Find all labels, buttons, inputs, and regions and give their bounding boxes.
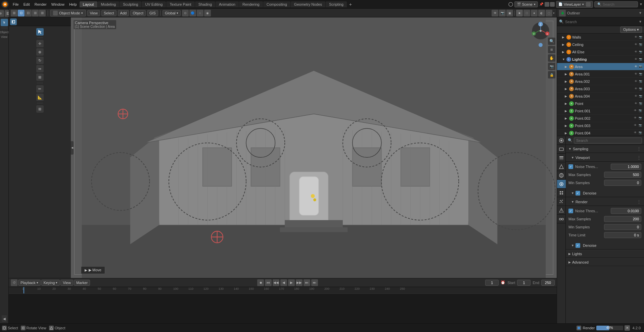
options-btn-right[interactable]: ▾: [553, 11, 555, 15]
tab-sculpting[interactable]: Sculpting: [120, 1, 141, 7]
vp-min-samples-value[interactable]: 0: [604, 180, 641, 186]
vp-icon-1[interactable]: ⊞: [11, 10, 17, 16]
scale-tool[interactable]: ⇔: [36, 65, 44, 72]
app-logo[interactable]: [1, 1, 9, 8]
outliner-search-input[interactable]: [565, 20, 637, 24]
ol-visibility-point003[interactable]: 👁: [634, 124, 638, 128]
tab-layout[interactable]: Layout: [80, 1, 97, 7]
viewport-shading-3[interactable]: ▣: [506, 10, 513, 16]
end-frame[interactable]: 250: [541, 280, 555, 286]
menu-render[interactable]: Render: [33, 2, 49, 7]
tab-animation[interactable]: Animation: [216, 1, 239, 7]
section-lights-header[interactable]: ▶ Lights: [566, 250, 644, 258]
wireframe-mode[interactable]: □: [523, 10, 530, 16]
section-sampling-header[interactable]: ▼ Sampling ⋮: [566, 145, 644, 153]
r-denoise-header[interactable]: ▼ ✓ Denoise: [566, 241, 644, 250]
ol-render-area002[interactable]: 📷: [639, 79, 643, 84]
rendered-mode[interactable]: ●: [531, 10, 538, 16]
ol-render-point003[interactable]: 📷: [639, 124, 643, 128]
snapping-icon[interactable]: 🔵: [189, 10, 196, 16]
gis-menu-btn[interactable]: GIS: [147, 10, 158, 16]
vp-icon-3[interactable]: ⊟: [25, 10, 32, 16]
proportional2-icon[interactable]: ◉: [204, 10, 211, 16]
sidebar-collapse-btn[interactable]: ◀: [71, 141, 74, 155]
ol-visibility-point004[interactable]: 👁: [634, 131, 638, 135]
tab-modeling[interactable]: Modeling: [98, 1, 120, 7]
tab-shading[interactable]: Shading: [195, 1, 215, 7]
left-collapse-btn[interactable]: ◀: [2, 315, 7, 322]
marker-btn[interactable]: Marker: [74, 280, 90, 286]
r-max-samples-value[interactable]: 200: [604, 216, 641, 222]
add-menu-btn[interactable]: Add: [118, 10, 129, 16]
vp-icon-4[interactable]: ⊞: [32, 10, 39, 16]
filter-icon[interactable]: ▼: [639, 2, 643, 6]
vp-noise-threshold-checkbox[interactable]: ✓: [568, 164, 573, 169]
playback-btn[interactable]: Playback ▾: [18, 280, 41, 286]
timeline-ruler[interactable]: 1 10 20 30 40 50 60 70 80 90 100 110 120…: [9, 287, 557, 294]
tab-compositing[interactable]: Compositing: [263, 1, 290, 7]
tab-scripting[interactable]: Scripting: [326, 1, 347, 7]
ol-visibility-walls[interactable]: 👁: [634, 35, 638, 39]
top-search[interactable]: 🔍 Search: [594, 1, 638, 7]
prev-frame-btn[interactable]: ◀◀: [273, 279, 279, 286]
outliner-icon[interactable]: 🌲: [559, 10, 566, 16]
overlay-mode[interactable]: ◌: [546, 10, 552, 16]
ol-visibility-point002[interactable]: 👁: [634, 116, 638, 120]
prop-tab-output[interactable]: [557, 145, 566, 154]
ol-item-walls[interactable]: ▶ V Walls 👁 📷: [557, 34, 644, 41]
properties-search-input[interactable]: [574, 137, 642, 144]
ol-item-point004[interactable]: ▶ ● Point.004 👁 📷: [557, 129, 644, 136]
ol-item-area004[interactable]: ▶ ☀ Area.004 👁 📷: [557, 93, 644, 100]
annotate-tool[interactable]: ✏: [36, 85, 44, 93]
ol-render-allelse[interactable]: 📷: [639, 50, 643, 54]
ol-item-point003[interactable]: ▶ ● Point.003 👁 📷: [557, 122, 644, 129]
camera-btn[interactable]: 📷: [548, 63, 555, 70]
ol-render-walls[interactable]: 📷: [639, 35, 643, 39]
ol-visibility-area002[interactable]: 👁: [634, 79, 638, 84]
prop-tab-modifier[interactable]: [557, 188, 566, 197]
prop-tab-particles[interactable]: [557, 197, 566, 206]
play-btn[interactable]: ▶: [288, 279, 295, 286]
ol-render-area001[interactable]: 📷: [639, 72, 643, 76]
ol-render-ceiling[interactable]: 📷: [639, 43, 643, 47]
prop-tab-world[interactable]: [557, 171, 566, 180]
prop-tab-scene[interactable]: [557, 162, 566, 171]
scene-selector[interactable]: 🎬 Scene ▾: [514, 1, 538, 7]
ol-item-point001[interactable]: ▶ ● Point.001 👁 📷: [557, 107, 644, 115]
ol-render-point[interactable]: 📷: [639, 102, 643, 106]
r-denoise-checkbox[interactable]: ✓: [576, 243, 580, 248]
vp-icon-5[interactable]: ⊞: [39, 10, 46, 16]
viewport-shading-2[interactable]: 📷: [499, 10, 506, 16]
menu-window[interactable]: Window: [49, 2, 66, 7]
viewport-shading-1[interactable]: 👁: [492, 10, 498, 16]
measure-tool[interactable]: 📐: [36, 94, 44, 101]
tab-rendering[interactable]: Rendering: [239, 1, 263, 7]
tab-geometry-nodes[interactable]: Geometry Nodes: [291, 1, 325, 7]
vp-noise-threshold-value[interactable]: 1.0000: [611, 164, 641, 170]
options-dropdown-btn[interactable]: Options ▾: [620, 26, 642, 33]
nav-gizmo[interactable]: Z X Y: [531, 21, 551, 47]
ol-item-area002[interactable]: ▶ ☀ Area.002 👁 📷: [557, 78, 644, 85]
ol-item-point002[interactable]: ▶ ● Point.002 👁 📷: [557, 115, 644, 122]
prev-keyframe-btn[interactable]: ◀: [280, 279, 287, 286]
tab-texture-paint[interactable]: Texture Paint: [166, 1, 194, 7]
lock-btn[interactable]: 🔒: [548, 71, 555, 78]
prop-tab-constraints[interactable]: [557, 215, 566, 223]
zoom-in-btn[interactable]: 🔍: [548, 38, 555, 45]
vp-denoise-header[interactable]: ▼ ✓ Denoise: [566, 189, 644, 197]
ol-visibility-area003[interactable]: 👁: [634, 87, 638, 91]
r-time-limit-value[interactable]: 0 s: [604, 232, 641, 238]
ol-render-point001[interactable]: 📷: [639, 109, 643, 113]
ol-visibility-area004[interactable]: 👁: [634, 94, 638, 98]
current-frame[interactable]: 1: [485, 280, 499, 286]
vp-icon-2[interactable]: ⊡: [18, 10, 25, 16]
outliner-sort-btn[interactable]: ▼: [639, 20, 642, 23]
ol-render-point002[interactable]: 📷: [639, 116, 643, 120]
rotate-tool[interactable]: ↻: [36, 57, 44, 64]
global-transform-btn[interactable]: Global ▾: [163, 10, 181, 16]
ol-visibility-point001[interactable]: 👁: [634, 109, 638, 113]
prop-tab-object[interactable]: [557, 180, 566, 188]
timeline-icon[interactable]: ⏱: [11, 279, 17, 286]
prop-tab-render[interactable]: [557, 136, 566, 145]
ol-visibility-lighting[interactable]: 👁: [634, 57, 638, 61]
